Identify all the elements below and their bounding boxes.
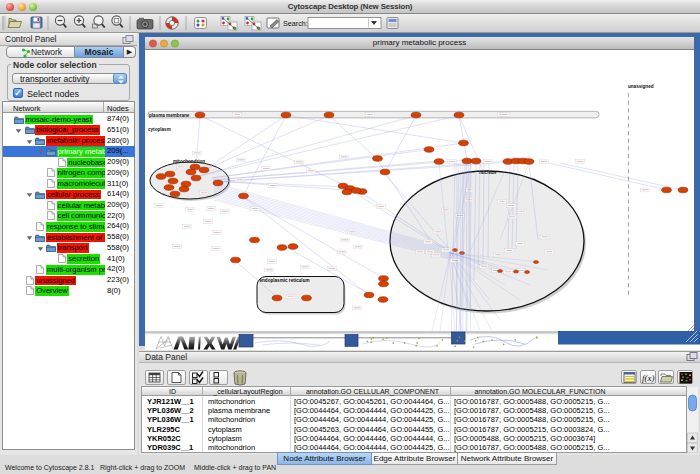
svg-text:cytoplasm: cytoplasm bbox=[148, 127, 171, 132]
svg-text:Search:: Search: bbox=[283, 19, 308, 28]
svg-text:plasma membrane: plasma membrane bbox=[149, 113, 190, 118]
svg-text:endoplasmic reticulum: endoplasmic reticulum bbox=[260, 278, 310, 283]
svg-text:f(x): f(x) bbox=[642, 373, 655, 383]
svg-text:unassigned: unassigned bbox=[628, 84, 654, 89]
svg-text:nucleus: nucleus bbox=[479, 170, 497, 175]
svg-text:mitochondrion: mitochondrion bbox=[173, 159, 205, 164]
